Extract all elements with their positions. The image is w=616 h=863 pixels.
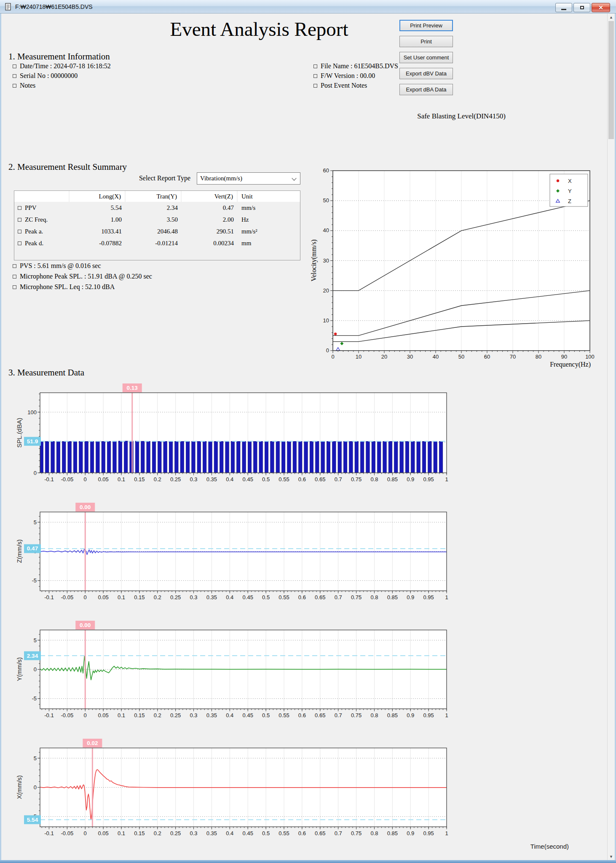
- svg-text:2.34: 2.34: [27, 653, 38, 659]
- page-title: Event Analysis Report: [76, 18, 442, 40]
- info-file-name: File Name : 61E504B5.DVS: [313, 62, 398, 70]
- table-row-zc-freq: ZC Freq. 1.00 3.50 2.00 Hz: [14, 214, 300, 225]
- svg-text:0.1: 0.1: [118, 712, 125, 718]
- svg-text:0: 0: [34, 784, 37, 791]
- square-bullet-icon: [313, 84, 317, 88]
- spl-chart-peak-label: 51.9: [24, 437, 41, 446]
- scrollbar-thumb[interactable]: [608, 21, 614, 139]
- square-bullet-icon: [13, 264, 16, 268]
- svg-text:0.25: 0.25: [170, 830, 181, 836]
- scroll-up-button[interactable]: ▲: [608, 13, 615, 21]
- square-bullet-icon: [13, 64, 16, 68]
- svg-text:0.6: 0.6: [298, 712, 306, 718]
- svg-text:0.55: 0.55: [279, 476, 289, 482]
- svg-text:30: 30: [407, 354, 413, 360]
- din-chart-title: Safe Blasting Level(DIN4150): [333, 112, 590, 121]
- svg-text:0.02: 0.02: [87, 740, 98, 746]
- vertical-scrollbar[interactable]: ▲ ▼: [607, 13, 615, 860]
- svg-text:0.5: 0.5: [262, 476, 270, 482]
- svg-text:0.8: 0.8: [370, 712, 378, 718]
- svg-text:-5: -5: [32, 813, 37, 820]
- header-cell-unit: Unit: [238, 191, 300, 202]
- svg-text:30: 30: [323, 257, 329, 264]
- svg-text:0.95: 0.95: [423, 830, 434, 836]
- svg-text:0.7: 0.7: [335, 830, 342, 836]
- svg-text:0.75: 0.75: [351, 476, 362, 482]
- din-chart: 01020304050607080901000102030405060XYZ: [323, 167, 595, 360]
- svg-text:0: 0: [34, 548, 37, 555]
- svg-text:0.65: 0.65: [315, 594, 325, 600]
- set-user-comment-button[interactable]: Set User comment: [399, 52, 453, 63]
- svg-text:-0.1: -0.1: [44, 830, 54, 836]
- svg-text:0.25: 0.25: [170, 712, 181, 718]
- svg-text:0.3: 0.3: [190, 476, 198, 482]
- svg-text:-0.1: -0.1: [44, 712, 54, 718]
- svg-text:0: 0: [84, 830, 87, 836]
- info-notes: Notes: [13, 82, 35, 89]
- svg-text:0.85: 0.85: [387, 830, 398, 836]
- svg-text:100: 100: [585, 354, 595, 360]
- titlebar[interactable]: F:₩240718₩61E504B5.DVS ✕: [0, 0, 616, 13]
- print-button[interactable]: Print: [399, 36, 453, 47]
- svg-text:0.75: 0.75: [351, 830, 362, 836]
- square-bullet-icon: [18, 230, 21, 233]
- scroll-down-button[interactable]: ▼: [608, 853, 615, 860]
- section2-heading: 2. Measurement Result Summary: [8, 162, 127, 172]
- svg-text:0.2: 0.2: [154, 476, 161, 482]
- svg-text:0.35: 0.35: [206, 594, 217, 600]
- report-type-select[interactable]: Vibration(mm/s): [197, 172, 300, 185]
- restore-button[interactable]: [573, 3, 590, 12]
- svg-text:0.9: 0.9: [407, 830, 414, 836]
- svg-text:0: 0: [34, 470, 37, 476]
- svg-text:0.7: 0.7: [335, 594, 342, 600]
- chevron-down-icon: [292, 176, 296, 180]
- window-title: F:₩240718₩61E504B5.DVS: [15, 0, 93, 13]
- table-row-peak-d: Peak d. -0.07882 -0.01214 0.00234 mm: [14, 237, 300, 249]
- print-preview-button[interactable]: Print Preview: [399, 20, 453, 31]
- x-chart: -0.1-0.0500.050.10.150.20.250.30.350.40.…: [24, 739, 448, 836]
- results-table: Long(X) Tran(Y) Vert(Z) Unit PPV 5.54 2.…: [14, 190, 300, 260]
- x-chart-peak-label: 5.54: [24, 815, 41, 824]
- svg-text:70: 70: [510, 354, 516, 360]
- din-legend: XYZ: [550, 174, 588, 206]
- chevron-down-icon: ▼: [609, 855, 613, 859]
- section3-heading: 3. Measurement Data: [8, 367, 84, 378]
- spl-chart: -0.1-0.0500.050.10.150.20.250.30.350.40.…: [24, 383, 448, 482]
- svg-text:0.45: 0.45: [243, 594, 253, 600]
- minimize-button[interactable]: [555, 3, 572, 12]
- header-cell-vert-z: Vert(Z): [182, 191, 238, 202]
- export-dba-data-button[interactable]: Export dBA Data: [399, 84, 453, 95]
- svg-text:0.65: 0.65: [315, 830, 325, 836]
- export-dbv-data-button[interactable]: Export dBV Data: [399, 68, 453, 79]
- svg-text:1: 1: [445, 594, 448, 600]
- svg-text:Y: Y: [568, 188, 572, 194]
- svg-text:0.8: 0.8: [370, 476, 378, 482]
- svg-text:0.7: 0.7: [335, 712, 342, 718]
- svg-text:0.3: 0.3: [190, 712, 198, 718]
- header-cell-blank: [14, 191, 70, 202]
- svg-text:0.2: 0.2: [154, 712, 161, 718]
- svg-text:0.1: 0.1: [118, 476, 125, 482]
- z-chart-cursor-label: 0.00: [75, 503, 95, 512]
- svg-text:0.13: 0.13: [127, 385, 138, 391]
- svg-text:-0.1: -0.1: [44, 476, 54, 482]
- svg-text:100: 100: [27, 409, 37, 415]
- svg-text:0.95: 0.95: [423, 476, 434, 482]
- svg-text:0.55: 0.55: [279, 830, 289, 836]
- svg-text:-5: -5: [32, 577, 37, 584]
- svg-text:0.95: 0.95: [423, 594, 434, 600]
- svg-text:0.8: 0.8: [370, 830, 378, 836]
- report-type-value: Vibration(mm/s): [200, 175, 242, 182]
- info-fw-version: F/W Version : 00.00: [313, 72, 375, 80]
- svg-text:-5: -5: [32, 695, 37, 702]
- svg-text:0: 0: [331, 354, 334, 360]
- spl-y-axis-label: SPL.(dBA): [16, 391, 24, 475]
- svg-text:0.6: 0.6: [298, 830, 306, 836]
- svg-text:0.15: 0.15: [134, 830, 145, 836]
- svg-text:0.9: 0.9: [407, 594, 414, 600]
- close-button[interactable]: ✕: [592, 3, 610, 12]
- square-bullet-icon: [18, 241, 21, 245]
- limit-upper: [333, 201, 590, 291]
- svg-text:0.05: 0.05: [98, 712, 108, 718]
- svg-text:0.9: 0.9: [407, 476, 414, 482]
